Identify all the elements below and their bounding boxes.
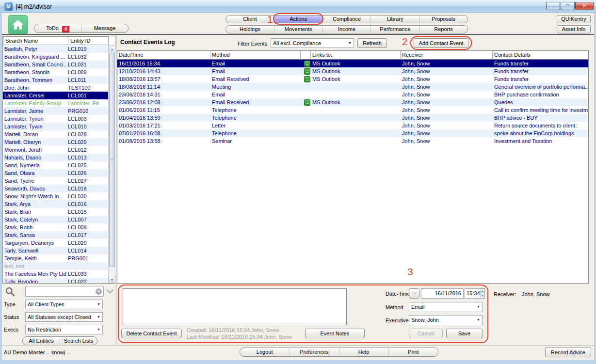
event-row[interactable]: 18/08/2016 11:14MeetingJohn, SnowGeneral… bbox=[117, 83, 588, 91]
restore-button[interactable]: □ bbox=[561, 2, 575, 10]
list-item[interactable]: Tully, BryndenLCL022 bbox=[3, 278, 108, 283]
list-item[interactable]: The Faceless Men Pty LtdLCL033 bbox=[3, 270, 108, 278]
list-item[interactable]: Lannister, Family GroupLannister, Fa... bbox=[3, 99, 108, 107]
list-item[interactable]: Baelish, PetyrLCL019 bbox=[3, 45, 108, 53]
list-item[interactable]: Temple, KeithPRG001 bbox=[3, 254, 108, 262]
message-button[interactable]: Message bbox=[81, 24, 128, 32]
search-lists-button[interactable]: Search Lists bbox=[60, 337, 97, 345]
entity-list-scrollbar[interactable]: ▲ ▼ bbox=[108, 45, 115, 283]
tab-library[interactable]: Library bbox=[370, 16, 419, 23]
minimize-button[interactable]: – bbox=[546, 2, 560, 10]
list-item[interactable]: Baratheon, StannisLCL009 bbox=[3, 68, 108, 76]
list-item[interactable]: Stark, RobbLCL008 bbox=[3, 223, 108, 231]
spinner-up-icon[interactable]: ▲ bbox=[481, 289, 484, 294]
preferences-button[interactable]: Preferences bbox=[289, 348, 338, 356]
todo-button[interactable]: ToDo4 bbox=[34, 24, 81, 32]
event-notes-button[interactable]: Event Notes bbox=[305, 329, 365, 338]
list-item[interactable]: Naharis, DaarioLCL013 bbox=[3, 154, 108, 161]
list-item[interactable]: Sand, ObaraLCL026 bbox=[3, 169, 108, 177]
event-row[interactable]: 18/08/2016 13:57Email Received→MS Outloo… bbox=[117, 75, 588, 83]
list-item[interactable]: Lannister, TywinLCL010 bbox=[3, 123, 108, 130]
tab-actions[interactable]: Actions bbox=[274, 16, 322, 23]
event-row[interactable]: 23/06/2016 12:08Email Received→MS Outloo… bbox=[117, 98, 588, 106]
tab-proposals[interactable]: Proposals bbox=[419, 16, 467, 23]
event-row[interactable]: 16/11/2016 15:34Email→MS OutlookJohn, Sn… bbox=[117, 60, 588, 67]
add-contact-event-button[interactable]: Add Contact Event bbox=[414, 38, 468, 48]
list-item[interactable]: Sand, NymeriaLCL025 bbox=[3, 161, 108, 169]
method-dropdown[interactable]: Email▼ bbox=[409, 302, 483, 312]
column-header-receiver[interactable]: Receiver bbox=[401, 51, 493, 60]
list-item[interactable]: Snow, Night's Watch In...LCL030 bbox=[3, 192, 108, 200]
executive-dropdown[interactable]: Snow, John▼ bbox=[409, 315, 483, 325]
search-input[interactable] bbox=[25, 286, 104, 297]
list-item[interactable]: Baratheon, Kingsguard ...LCL032 bbox=[3, 53, 108, 61]
event-row[interactable]: 07/01/2016 16:08TelephoneJohn, Snowspoke… bbox=[117, 129, 588, 137]
scroll-down-icon[interactable]: ▼ bbox=[109, 276, 115, 283]
event-row[interactable]: 01/04/2016 13:59TelephoneJohn, SnowBHP a… bbox=[117, 114, 588, 122]
clear-search-icon[interactable]: ✕ bbox=[96, 288, 102, 295]
record-advice-button[interactable]: Record Advice bbox=[545, 348, 591, 357]
cancel-button[interactable]: Cancel bbox=[409, 329, 443, 338]
list-item[interactable]: Stark, SansaLCL017 bbox=[3, 231, 108, 239]
list-item[interactable]: Seaworth, DavosLCL018 bbox=[3, 185, 108, 192]
list-item[interactable]: Tarly, SamwellLCL014 bbox=[3, 247, 108, 254]
tab-performance[interactable]: Performance bbox=[370, 26, 419, 33]
column-header-entity-id[interactable]: Entity ID bbox=[68, 36, 109, 45]
list-item[interactable]: Martell, OberynLCL029 bbox=[3, 138, 108, 146]
tab-movements[interactable]: Movements bbox=[274, 26, 322, 33]
list-item[interactable]: Mormont, JorahLCL012 bbox=[3, 146, 108, 154]
list-item[interactable]: Baratheon, Small Counci...LCL031 bbox=[3, 61, 108, 68]
type-filter-dropdown[interactable]: All Client Types▼ bbox=[25, 300, 103, 309]
refresh-button[interactable]: Refresh bbox=[357, 38, 387, 48]
save-button[interactable]: Save bbox=[446, 329, 483, 338]
list-item[interactable]: Lannister, TyrionLCL003 bbox=[3, 115, 108, 123]
column-header-search-name[interactable]: Search Name bbox=[3, 36, 68, 45]
date-field[interactable]: 16/11/2016 bbox=[421, 288, 464, 299]
asset-info-button[interactable]: Asset Info bbox=[557, 25, 591, 33]
column-header-contact-details[interactable]: Contact Details bbox=[493, 51, 588, 60]
status-filter-dropdown[interactable]: All Statuses except Closed▼ bbox=[25, 312, 103, 322]
list-item[interactable]: Baratheon, TommenLCL011 bbox=[3, 76, 108, 84]
event-row[interactable]: 23/06/2016 14:31EmailJohn, SnowBHP purch… bbox=[117, 91, 588, 98]
list-item[interactable]: Stark, AryaLCL016 bbox=[3, 200, 108, 208]
column-header-method[interactable]: Method bbox=[210, 51, 301, 60]
column-header-link-icon[interactable] bbox=[301, 51, 311, 60]
delete-contact-event-button[interactable]: Delete Contact Event bbox=[121, 329, 182, 338]
home-button[interactable] bbox=[8, 15, 28, 34]
scrollbar-thumb[interactable] bbox=[109, 53, 115, 267]
tab-income[interactable]: Income bbox=[322, 26, 371, 33]
filter-events-dropdown[interactable]: All excl. Compliance▼ bbox=[271, 38, 354, 48]
close-button[interactable]: ✕ bbox=[575, 2, 594, 10]
event-row[interactable]: 01/08/2015 13:58SeminarJohn, SnowInvestm… bbox=[117, 137, 588, 145]
chevron-down-icon[interactable] bbox=[106, 289, 114, 295]
list-item[interactable]: Martell, DoranLCL028 bbox=[3, 130, 108, 138]
quikentry-button[interactable]: QUIKentry bbox=[557, 15, 591, 23]
spinner-down-icon[interactable]: ▼ bbox=[481, 294, 484, 299]
date-picker-button[interactable]: ... bbox=[409, 288, 419, 299]
column-header-datetime[interactable]: Date/Time bbox=[117, 51, 210, 60]
column-header-links-to[interactable]: Links to.. bbox=[311, 51, 401, 60]
list-item[interactable]: Lannister, JaimePRG010 bbox=[3, 107, 108, 115]
list-item[interactable]: Lannister, CerseiLCL001 bbox=[3, 92, 108, 99]
event-row[interactable]: 12/10/2016 14:43Email→MS OutlookJohn, Sn… bbox=[117, 67, 588, 75]
event-row[interactable]: 01/06/2016 11:15TelephoneJohn, SnowCall … bbox=[117, 106, 588, 114]
execs-filter-dropdown[interactable]: No Restriction▼ bbox=[25, 325, 103, 334]
event-row[interactable]: 01/03/2016 17:21LetterJohn, SnowReturn s… bbox=[117, 122, 588, 129]
list-item[interactable]: Doe, JohnTEST100 bbox=[3, 84, 108, 92]
all-entities-button[interactable]: All Entities bbox=[23, 337, 60, 345]
logout-button[interactable]: Logout bbox=[240, 348, 289, 356]
contact-notes-textarea[interactable] bbox=[123, 288, 347, 325]
list-item[interactable]: test, test bbox=[3, 262, 108, 270]
list-item[interactable]: Sand, TyeneLCL027 bbox=[3, 177, 108, 185]
print-button[interactable]: Print bbox=[388, 348, 438, 356]
tab-client[interactable]: Client bbox=[226, 16, 274, 23]
list-item[interactable]: Stark, BranLCL015 bbox=[3, 208, 108, 216]
scroll-up-icon[interactable]: ▲ bbox=[109, 45, 115, 52]
list-item[interactable]: Stark, CatelynLCL007 bbox=[3, 216, 108, 223]
tab-reports[interactable]: Reports bbox=[419, 26, 467, 33]
help-button[interactable]: Help bbox=[339, 348, 388, 356]
time-field[interactable]: 15:34 ▲ ▼ bbox=[465, 288, 485, 299]
tab-holdings[interactable]: Holdings bbox=[226, 26, 274, 33]
list-item[interactable]: Targaryen, DeanerysLCL020 bbox=[3, 239, 108, 247]
tab-compliance[interactable]: Compliance bbox=[322, 16, 371, 23]
